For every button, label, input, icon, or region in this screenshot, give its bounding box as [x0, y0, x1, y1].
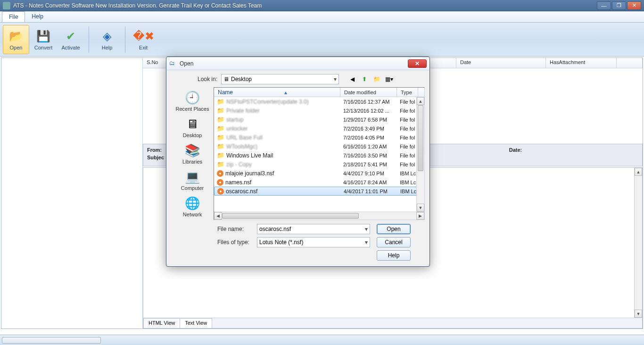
places-bar: 🕘 Recent Places 🖥 Desktop 📚 Libraries 💻 … [171, 87, 214, 220]
lookin-value: Desktop [231, 76, 252, 82]
ribbon-activate-button[interactable]: ✔ Activate [58, 25, 84, 54]
chevron-down-icon: ▾ [365, 239, 368, 246]
scroll-down-icon[interactable]: ▼ [635, 310, 642, 318]
scroll-up-icon[interactable]: ▲ [417, 97, 424, 105]
filename-input[interactable]: oscarosc.nsf ▾ [257, 224, 370, 234]
file-type: File fol [397, 126, 418, 131]
file-modified: 7/16/2016 3:50 PM [340, 153, 397, 158]
file-row[interactable]: 📁URL Base Full7/2/2016 4:05 PMFile fol [214, 133, 424, 142]
back-button[interactable]: ◀ [347, 74, 357, 84]
col-date[interactable]: Date [456, 58, 546, 68]
tab-text-view[interactable]: Text View [180, 318, 212, 328]
scroll-left-icon[interactable]: ◀ [214, 212, 222, 220]
ribbon-help-label: Help [102, 45, 113, 50]
dialog-close-button[interactable]: ✕ [408, 59, 427, 68]
viewer-tabs: HTML View Text View [143, 318, 642, 328]
tree-pane [1, 58, 143, 329]
filename-value: oscarosc.nsf [259, 226, 291, 232]
place-network-label: Network [183, 212, 202, 217]
new-folder-button[interactable]: 📁 [372, 74, 381, 84]
open-button[interactable]: Open [377, 224, 411, 234]
main-titlebar: ATS - Notes Converter Software New Insta… [0, 0, 644, 11]
file-row[interactable]: ●mlajoie journal3.nsf4/4/2017 9:10 PMIBM… [214, 169, 424, 178]
file-type: IBM Lc [397, 180, 418, 185]
col-name[interactable]: Name ▴ [214, 88, 340, 97]
filelist-vscrollbar[interactable]: ▲ ▼ [416, 97, 424, 212]
place-network[interactable]: 🌐 Network [183, 196, 202, 217]
file-modified: 4/4/2017 9:10 PM [340, 171, 397, 176]
col-hasattach[interactable]: HasAttachment [546, 58, 617, 68]
file-row[interactable]: 📁startup1/29/2017 6:58 PMFile fol [214, 115, 424, 124]
folder-icon: 📁 [217, 98, 224, 106]
file-name: oscarosc.nsf [226, 188, 257, 195]
file-name: startup [226, 116, 244, 123]
nsf-file-icon: ● [217, 179, 223, 186]
file-type: IBM Lc [397, 189, 419, 194]
filetype-select[interactable]: Lotus Note (*.nsf) ▾ [257, 237, 370, 247]
file-row[interactable]: ●oscarosc.nsf4/4/2017 11:01 PMIBM Lc [214, 187, 424, 196]
file-modified: 7/16/2016 12:37 AM [340, 99, 397, 105]
lookin-combo[interactable]: 🖥 Desktop ▾ [221, 74, 339, 84]
file-row[interactable]: 📁NSFtoPSTConverter(update 3.0)7/16/2016 … [214, 97, 424, 106]
maximize-button[interactable]: ❐ [612, 1, 626, 10]
menu-help[interactable]: Help [25, 11, 50, 22]
filetype-value: Lotus Note (*.nsf) [259, 239, 303, 246]
file-row[interactable]: 📁unlocker7/2/2016 3:49 PMFile fol [214, 124, 424, 133]
close-button[interactable]: ✕ [627, 1, 641, 10]
place-libraries-label: Libraries [182, 159, 202, 164]
file-row[interactable]: 📁zip - Copy2/18/2017 5:41 PMFile fol [214, 160, 424, 169]
folder-icon: 📁 [217, 143, 224, 150]
scroll-right-icon[interactable]: ▶ [416, 212, 424, 220]
place-computer[interactable]: 💻 Computer [181, 169, 204, 191]
folder-icon: 📁 [217, 125, 224, 132]
help-button[interactable]: Help [377, 250, 411, 261]
place-computer-label: Computer [181, 185, 204, 191]
place-desktop[interactable]: 🖥 Desktop [183, 116, 202, 138]
file-row[interactable]: ●names.nsf4/16/2017 8:24 AMIBM Lc [214, 178, 424, 187]
ribbon-open-button[interactable]: 📂 Open [3, 25, 29, 54]
window-title: ATS - Notes Converter Software New Insta… [13, 2, 596, 9]
menu-file[interactable]: File [2, 11, 25, 22]
file-type: File fol [397, 162, 418, 167]
col-modified[interactable]: Date modified [340, 88, 397, 97]
exit-icon: �✖ [136, 29, 151, 44]
ribbon-exit-label: Exit [139, 45, 148, 50]
up-button[interactable]: ⬆ [360, 74, 369, 84]
ribbon-exit-button[interactable]: �✖ Exit [130, 25, 157, 54]
scroll-down-icon[interactable]: ▼ [417, 204, 424, 212]
col-type[interactable]: Type [397, 88, 418, 97]
tab-html-view[interactable]: HTML View [143, 318, 180, 328]
file-type: File fol [397, 117, 418, 123]
ribbon-toolbar: 📂 Open 💾 Convert ✔ Activate ◈ Help �✖ Ex… [0, 23, 644, 57]
file-row[interactable]: 📁WToolsMgc)6/16/2016 1:20 AMFile fol [214, 142, 424, 151]
ribbon-convert-button[interactable]: 💾 Convert [30, 25, 57, 54]
col-sno[interactable]: S.No [143, 58, 166, 68]
cancel-button[interactable]: Cancel [377, 237, 411, 247]
folder-icon: 📁 [217, 161, 224, 168]
lookin-label: Look in: [195, 76, 217, 82]
ribbon-separator [89, 26, 89, 53]
file-type: File fol [397, 135, 418, 140]
app-icon [3, 2, 10, 9]
file-row[interactable]: 📁Windows Live Mail7/16/2016 3:50 PMFile … [214, 151, 424, 160]
scroll-up-icon[interactable]: ▲ [635, 168, 642, 176]
scroll-thumb[interactable] [418, 105, 423, 171]
minimize-button[interactable]: — [597, 1, 611, 10]
check-icon: ✔ [63, 29, 78, 44]
file-modified: 6/16/2016 1:20 AM [340, 144, 397, 149]
ribbon-help-button[interactable]: ◈ Help [94, 25, 120, 54]
place-recent[interactable]: 🕘 Recent Places [176, 90, 209, 112]
place-libraries[interactable]: 📚 Libraries [182, 143, 202, 164]
scroll-thumb[interactable] [222, 213, 359, 219]
file-type: File fol [397, 99, 418, 105]
ribbon-activate-label: Activate [61, 45, 80, 50]
file-row[interactable]: 📁Private folder12/13/2016 12:02 ...File … [214, 106, 424, 115]
file-list: Name ▴ Date modified Type 📁NSFtoPSTConve… [214, 87, 425, 220]
filelist-hscrollbar[interactable]: ◀ ▶ [214, 212, 424, 220]
filename-label: File name: [217, 226, 250, 232]
folder-icon: 📁 [217, 107, 224, 115]
viewer-scrollbar[interactable]: ▲ ▼ [634, 168, 642, 318]
file-name: names.nsf [225, 179, 251, 186]
computer-icon: 💻 [185, 169, 200, 184]
view-menu-button[interactable]: ▦▾ [384, 74, 394, 84]
